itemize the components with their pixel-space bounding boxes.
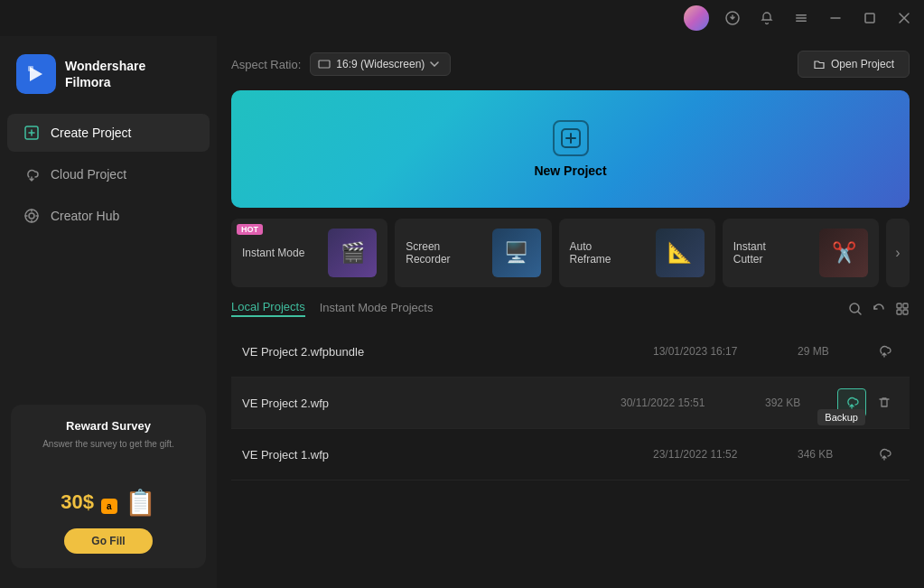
project-name: VE Project 2.wfp: [242, 397, 621, 410]
sidebar-item-cloud-project[interactable]: Cloud Project: [7, 155, 210, 193]
tab-local-projects[interactable]: Local Projects: [231, 300, 305, 317]
sidebar-item-create-project[interactable]: Create Project: [7, 114, 210, 152]
app-logo: Wondershare Filmora: [0, 45, 217, 112]
mode-card-label: Instant Mode: [242, 247, 304, 259]
svg-rect-14: [903, 303, 908, 308]
sidebar-item-label: Create Project: [51, 126, 131, 140]
svg-rect-13: [897, 303, 901, 308]
mode-card-instant-cutter[interactable]: Instant Cutter ✂️: [723, 219, 879, 287]
mode-card-label: Instant Cutter: [733, 240, 797, 266]
new-project-banner[interactable]: New Project: [231, 90, 910, 208]
svg-rect-16: [903, 310, 908, 314]
backup-tooltip: Backup: [817, 409, 865, 425]
logo-icon: [16, 54, 56, 94]
minimize-btn[interactable]: [825, 7, 846, 29]
reward-illustration: 30$ a 📋: [25, 456, 191, 519]
sidebar: Wondershare Filmora Create Project Cloud…: [0, 36, 217, 588]
projects-tabs: Local Projects Instant Mode Projects: [231, 300, 433, 317]
content-area: Aspect Ratio: 16:9 (Widescreen) Open Pro…: [217, 36, 924, 588]
table-row[interactable]: VE Project 2.wfp 30/11/2022 15:51 392 KB…: [231, 378, 910, 429]
project-size: 392 KB: [765, 397, 837, 409]
mode-card-label: Auto Reframe: [570, 240, 633, 266]
sidebar-item-label: Creator Hub: [51, 209, 119, 223]
grid-view-button[interactable]: [895, 302, 910, 316]
tab-instant-mode-projects[interactable]: Instant Mode Projects: [320, 301, 434, 316]
aspect-ratio-icon: [318, 60, 331, 69]
grid-icon: [895, 302, 910, 316]
project-date: 23/11/2022 11:52: [653, 448, 798, 461]
search-icon: [848, 302, 863, 316]
instant-cutter-thumb: ✂️: [819, 229, 868, 277]
go-fill-button[interactable]: Go Fill: [64, 528, 152, 554]
table-row[interactable]: VE Project 2.wfpbundle 13/01/2023 16:17 …: [231, 326, 910, 378]
notification-btn[interactable]: [756, 7, 778, 29]
projects-actions: [848, 302, 910, 316]
app-name: Wondershare Filmora: [65, 58, 145, 90]
screen-recorder-thumb: 🖥️: [492, 229, 541, 277]
refresh-icon: [872, 302, 886, 316]
backup-button[interactable]: Backup: [837, 388, 866, 417]
title-bar: [0, 0, 924, 36]
project-size: 346 KB: [798, 448, 870, 461]
instant-mode-thumb: 🎬: [328, 229, 377, 277]
cloud-upload-icon: [877, 447, 891, 462]
cloud-upload-icon: [877, 344, 891, 359]
new-project-plus-icon: [553, 120, 589, 156]
title-bar-controls: [684, 5, 915, 31]
svg-rect-15: [897, 310, 901, 314]
avatar-icon[interactable]: [684, 5, 709, 31]
project-size: 29 MB: [798, 345, 870, 358]
trash-icon: [878, 397, 891, 409]
projects-header: Local Projects Instant Mode Projects: [231, 300, 910, 317]
project-row-actions: [870, 440, 899, 469]
project-name: VE Project 2.wfpbundle: [242, 345, 653, 359]
delete-project-button[interactable]: [870, 388, 899, 417]
clipboard-icon: 📋: [125, 488, 156, 518]
reward-survey-card: Reward Survey Answer the survey to get t…: [11, 405, 206, 568]
sidebar-item-creator-hub[interactable]: Creator Hub: [7, 197, 210, 235]
reward-desc: Answer the survey to get the gift.: [42, 438, 174, 451]
chevron-down-icon: [430, 61, 439, 67]
svg-rect-3: [796, 21, 807, 23]
download-btn[interactable]: [722, 7, 743, 29]
menu-btn[interactable]: [790, 7, 812, 29]
open-project-button[interactable]: Open Project: [798, 51, 910, 78]
refresh-projects-button[interactable]: [872, 302, 886, 316]
reward-title: Reward Survey: [66, 419, 151, 433]
project-name: VE Project 1.wfp: [242, 448, 653, 462]
aspect-ratio-label: Aspect Ratio:: [231, 58, 301, 71]
cloud-upload-icon: [845, 396, 859, 410]
mode-card-auto-reframe[interactable]: Auto Reframe 📐: [559, 219, 715, 287]
amazon-badge: a: [101, 499, 117, 514]
project-row-actions: [870, 337, 899, 366]
project-date: 13/01/2023 16:17: [653, 345, 798, 358]
aspect-ratio-value: 16:9 (Widescreen): [336, 58, 425, 70]
close-btn[interactable]: [893, 7, 915, 29]
aspect-ratio-select[interactable]: 16:9 (Widescreen): [310, 52, 451, 76]
new-project-label: New Project: [534, 163, 606, 178]
svg-rect-4: [865, 14, 874, 23]
top-bar: Aspect Ratio: 16:9 (Widescreen) Open Pro…: [231, 51, 910, 78]
svg-rect-1: [796, 14, 807, 16]
folder-icon: [813, 58, 826, 70]
create-project-icon: [23, 125, 40, 141]
sidebar-item-label: Cloud Project: [51, 167, 126, 182]
more-modes-button[interactable]: ›: [886, 219, 910, 287]
upload-to-cloud-button[interactable]: [870, 440, 899, 469]
upload-to-cloud-button[interactable]: [870, 337, 899, 366]
search-projects-button[interactable]: [848, 302, 863, 316]
project-row-actions: Backup: [837, 388, 899, 417]
aspect-ratio-group: Aspect Ratio: 16:9 (Widescreen): [231, 52, 451, 76]
mode-card-screen-recorder[interactable]: Screen Recorder 🖥️: [395, 219, 551, 287]
project-date: 30/11/2022 15:51: [621, 397, 765, 409]
reward-amount: 30$: [61, 490, 94, 514]
maximize-btn[interactable]: [859, 7, 881, 29]
svg-rect-6: [28, 66, 33, 71]
svg-point-9: [29, 213, 34, 219]
project-list: VE Project 2.wfpbundle 13/01/2023 16:17 …: [231, 326, 910, 574]
open-project-label: Open Project: [831, 58, 894, 70]
main-layout: Wondershare Filmora Create Project Cloud…: [0, 36, 924, 588]
table-row[interactable]: VE Project 1.wfp 23/11/2022 11:52 346 KB: [231, 429, 910, 481]
svg-rect-10: [319, 61, 330, 68]
mode-card-instant-mode[interactable]: HOT Instant Mode 🎬: [231, 219, 387, 287]
